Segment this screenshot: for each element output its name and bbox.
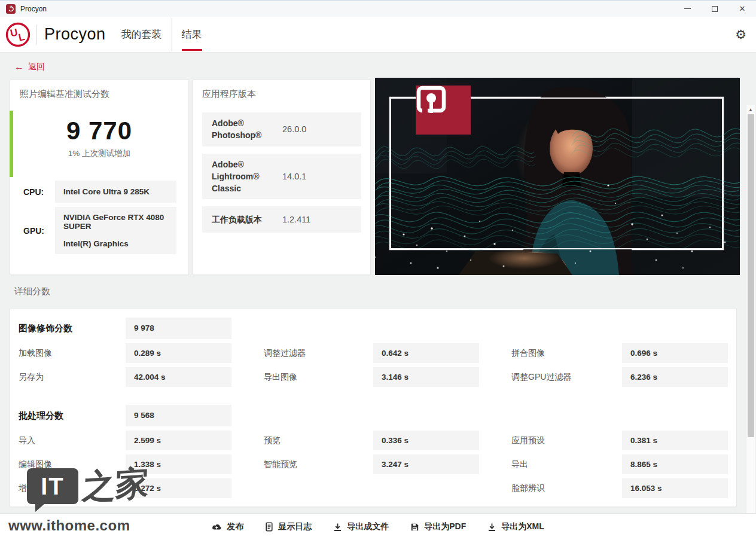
version-row-workload: 工作负载版本 1.2.411 [202, 206, 361, 233]
svg-text:L: L [17, 30, 26, 43]
version-row-lightroom: Adobe® Lightroom® Classic 14.0.1 [202, 154, 361, 200]
gpu-row: GPU: NVIDIA GeForce RTX 4080 SUPER Intel… [20, 207, 179, 254]
minimize-icon[interactable] [673, 1, 701, 17]
download-icon [333, 523, 342, 532]
back-arrow-icon: ← [14, 62, 24, 72]
detail-row: 编辑图像1.338 s 智能预览3.247 s 导出8.865 s [19, 454, 736, 474]
score-row-batch: 批处理分数 9 568 [19, 405, 736, 426]
main-tabs: 我的套装 结果 [121, 17, 202, 53]
results-page: ← 返回 照片编辑基准测试分数 9 770 1% 上次测试增加 CPU: Int… [0, 53, 756, 513]
version-row-photoshop: Adobe® Photoshop® 26.0.0 [202, 112, 361, 147]
gpu-value-2: Intel(R) Graphics [63, 239, 168, 248]
score-value: 9 568 [126, 405, 231, 426]
benchmark-score: 9 770 [20, 117, 179, 145]
scrollbar-up-arrow-icon[interactable]: ▲ [746, 105, 755, 114]
score-accent-bar [10, 111, 13, 177]
photo-editing-badge-icon [416, 86, 471, 135]
vertical-scrollbar[interactable]: ▲ [746, 105, 755, 540]
app-versions-card: 应用程序版本 Adobe® Photoshop® 26.0.0 Adobe® L… [193, 80, 371, 275]
close-icon[interactable]: ✕ [728, 1, 756, 17]
back-button[interactable]: ← 返回 [14, 62, 45, 72]
title-bar: Procyon ✕ [0, 0, 756, 17]
gpu-value-1: NVIDIA GeForce RTX 4080 SUPER [63, 213, 168, 231]
score-value: 9 978 [126, 318, 231, 339]
tab-my-suites[interactable]: 我的套装 [121, 17, 162, 53]
save-icon [410, 523, 419, 532]
export-xml-button[interactable]: 导出为XML [487, 521, 544, 532]
hero-image [375, 78, 740, 275]
score-delta: 1% 上次测试增加 [20, 148, 179, 159]
scrollbar-thumb[interactable] [748, 114, 754, 437]
ul-logo: U L [5, 22, 31, 47]
gpu-value: NVIDIA GeForce RTX 4080 SUPER Intel(R) G… [55, 207, 176, 254]
maximize-icon[interactable] [701, 1, 728, 17]
details-section-title: 详细分数 [14, 286, 50, 297]
back-label: 返回 [28, 62, 45, 72]
cpu-label: CPU: [20, 181, 55, 203]
versions-card-title: 应用程序版本 [202, 89, 361, 100]
cloud-upload-icon [212, 523, 222, 532]
cpu-row: CPU: Intel Core Ultra 9 285K [20, 181, 179, 203]
detail-row: 另存为42.004 s 导出图像3.146 s 调整GPU过滤器6.236 s [19, 367, 736, 387]
cpu-value: Intel Core Ultra 9 285K [55, 181, 176, 203]
footer-toolbar: 发布 显示日志 导出成文件 导出为PDF 导出为XML [0, 513, 756, 540]
gear-icon[interactable]: ⚙ [735, 28, 746, 41]
export-file-button[interactable]: 导出成文件 [333, 521, 389, 532]
score-row-retouching: 图像修饰分数 9 978 [19, 318, 736, 339]
brand-name: Procyon [44, 25, 106, 44]
benchmark-score-card: 照片编辑基准测试分数 9 770 1% 上次测试增加 CPU: Intel Co… [10, 80, 189, 275]
window-title: Procyon [20, 5, 47, 13]
gpu-label: GPU: [20, 207, 55, 254]
tab-results[interactable]: 结果 [182, 17, 202, 53]
download-icon [487, 523, 496, 532]
export-pdf-button[interactable]: 导出为PDF [410, 521, 466, 532]
procyon-power-icon [6, 4, 16, 14]
detailed-scores-card: 图像修饰分数 9 978 加载图像0.289 s 调整过滤器0.642 s 拼合… [10, 308, 737, 507]
document-icon [265, 522, 273, 532]
brand-divider [36, 25, 37, 45]
detail-row: 加载图像0.289 s 调整过滤器0.642 s 拼合图像0.696 s [19, 343, 736, 363]
score-card-title: 照片编辑基准测试分数 [20, 89, 179, 100]
tab-divider [172, 18, 172, 51]
detail-row: 导入2.599 s 预览0.336 s 应用预设0.381 s [19, 431, 736, 450]
app-header: U L Procyon 我的套装 结果 ⚙ [0, 17, 756, 53]
publish-button[interactable]: 发布 [212, 521, 243, 532]
active-tab-underline [182, 49, 202, 51]
detail-row: 增强的详细信息5.272 s 脸部辨识16.053 s [19, 478, 736, 498]
show-log-button[interactable]: 显示日志 [265, 521, 312, 532]
